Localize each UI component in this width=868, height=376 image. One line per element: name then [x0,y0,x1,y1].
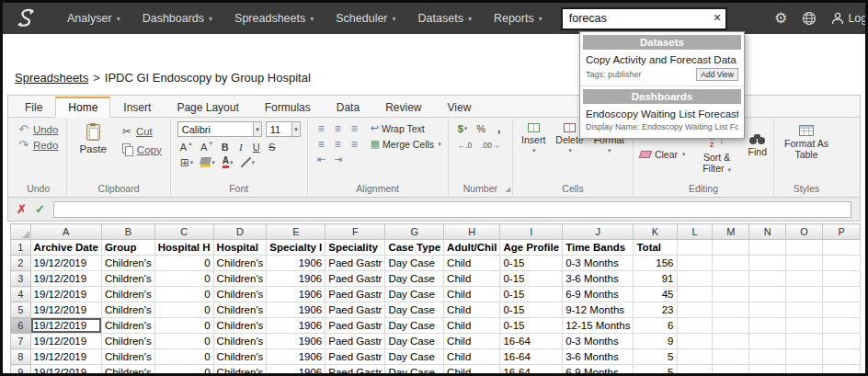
cell-E5[interactable]: 1906 [267,302,326,318]
column-header-J[interactable]: J [563,224,634,240]
cell-C8[interactable]: 0 [154,349,213,365]
cell-B8[interactable]: Children's [101,349,154,365]
cell-B7[interactable]: Children's [101,334,154,349]
cell-F2[interactable]: Paed Gastr [326,256,385,271]
font-color-button[interactable]: A▾ [220,155,236,169]
row-header-1[interactable]: 1 [11,240,31,256]
cell-M1[interactable] [713,240,749,256]
cell-P9[interactable] [823,365,861,376]
cell-O2[interactable] [785,256,822,271]
cell-A5[interactable]: 19/12/2019 [30,302,101,318]
cell-N7[interactable] [749,334,786,349]
cell-M6[interactable] [713,318,749,334]
cell-P4[interactable] [823,287,861,302]
cell-F3[interactable]: Paed Gastr [326,271,385,287]
cell-C5[interactable]: 0 [154,302,213,318]
column-header-G[interactable]: G [385,224,444,240]
column-header-D[interactable]: D [213,224,267,240]
cell-H6[interactable]: Child [444,318,500,334]
align-left-button[interactable]: ≡ [314,137,328,151]
cell-A4[interactable]: 19/12/2019 [30,287,101,302]
cut-button[interactable]: ✂ Cut [120,124,164,139]
percent-format-button[interactable]: % [474,121,488,135]
column-header-E[interactable]: E [267,224,326,240]
cell-E6[interactable]: 1906 [267,318,326,334]
borders-button[interactable]: ⊞▾ [177,155,197,169]
cell-N5[interactable] [749,302,786,318]
redo-button[interactable]: ↷ Redo [17,137,60,153]
cell-F4[interactable]: Paed Gastr [326,287,385,302]
cell-F9[interactable]: Paed Gastr [326,365,385,376]
cell-K2[interactable]: 156 [634,256,677,271]
cell-C6[interactable]: 0 [154,318,213,334]
cell-H2[interactable]: Child [444,256,500,271]
column-header-F[interactable]: F [326,224,385,240]
cell-N3[interactable] [749,271,786,287]
cell-A2[interactable]: 19/12/2019 [30,256,101,271]
cell-P8[interactable] [823,349,861,365]
cell-E2[interactable]: 1906 [267,256,326,271]
merge-cells-button[interactable]: ▦ Merge Cells ▾ [371,138,441,150]
column-header-K[interactable]: K [634,224,677,240]
cell-O9[interactable] [785,365,822,376]
cell-C7[interactable]: 0 [154,334,213,349]
cell-J1[interactable]: Time Bands [563,240,634,256]
column-header-A[interactable]: A [30,224,101,240]
cell-H5[interactable]: Child [444,302,500,318]
cell-O1[interactable] [785,240,822,256]
find-button[interactable]: Find [748,134,767,157]
cell-L1[interactable] [677,240,713,256]
cell-G6[interactable]: Day Case [385,318,444,334]
currency-format-button[interactable]: $▾ [455,121,471,135]
row-header-5[interactable]: 5 [11,302,31,318]
nav-menu-datasets[interactable]: Datasets▾ [407,3,483,34]
cell-F7[interactable]: Paed Gastr [326,334,385,349]
ribbon-tab-view[interactable]: View [435,97,485,118]
cell-E1[interactable]: Specialty I [267,240,326,256]
column-header-L[interactable]: L [677,224,713,240]
row-header-4[interactable]: 4 [11,287,31,302]
row-header-2[interactable]: 2 [11,256,31,271]
cell-G7[interactable]: Day Case [385,334,444,349]
cell-D9[interactable]: Children's [213,365,267,376]
cell-I6[interactable]: 0-15 [500,318,563,334]
cell-I3[interactable]: 0-15 [500,271,563,287]
cell-A3[interactable]: 19/12/2019 [30,271,101,287]
cell-B5[interactable]: Children's [101,302,154,318]
cell-H9[interactable]: Child [444,365,500,376]
cell-D3[interactable]: Children's [213,271,267,287]
cell-H1[interactable]: Adult/Chil [444,240,500,256]
font-name-select[interactable]: Calibri ▾ [177,121,262,137]
italic-button[interactable]: I [234,140,247,154]
accept-icon[interactable]: ✓ [35,202,45,216]
cell-J3[interactable]: 3-6 Months [563,271,634,287]
cell-L7[interactable] [677,334,713,349]
column-header-P[interactable]: P [823,224,861,240]
cell-D2[interactable]: Children's [213,256,267,271]
row-header-8[interactable]: 8 [11,349,31,365]
cell-D1[interactable]: Hospital [213,240,267,256]
cell-B6[interactable]: Children's [101,318,154,334]
cell-B1[interactable]: Group [101,240,154,256]
cell-B2[interactable]: Children's [101,256,154,271]
cell-M7[interactable] [713,334,749,349]
cell-I9[interactable]: 16-64 [500,365,563,376]
cell-N4[interactable] [749,287,786,302]
add-view-button[interactable]: Add View [696,68,738,81]
cell-P5[interactable] [823,302,861,318]
cell-J4[interactable]: 6-9 Months [563,287,634,302]
increase-indent-button[interactable]: ⇥ [331,153,345,166]
grow-font-button[interactable]: A▲ [177,140,196,154]
cell-I8[interactable]: 16-64 [500,349,563,365]
cell-I7[interactable]: 16-64 [500,334,563,349]
search-result-item[interactable]: Endoscopy Waiting List ForecastinDisplay… [580,106,744,136]
clear-button[interactable]: Clear ▾ [640,149,686,160]
cell-G1[interactable]: Case Type [385,240,444,256]
cell-O5[interactable] [785,302,822,318]
cell-F8[interactable]: Paed Gastr [326,349,385,365]
cell-C1[interactable]: Hospital H [154,240,213,256]
cell-L8[interactable] [677,349,713,365]
comma-format-button[interactable]: , [492,121,506,135]
ribbon-tab-formulas[interactable]: Formulas [252,97,324,118]
cell-A1[interactable]: Archive Date [30,240,101,256]
